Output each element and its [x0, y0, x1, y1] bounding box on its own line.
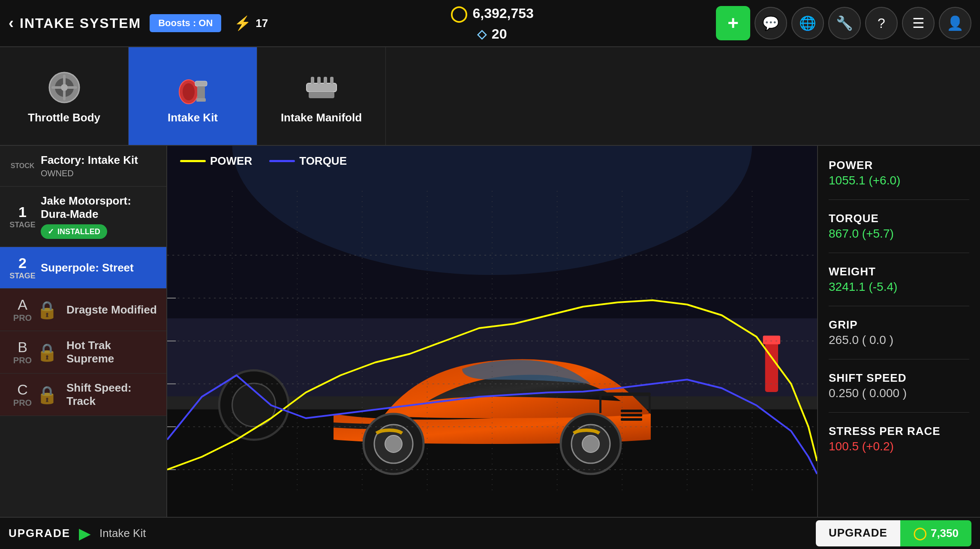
- checkmark-icon: ✓: [48, 227, 54, 236]
- torque-legend: TORQUE: [269, 154, 347, 168]
- gem-icon: ◇: [477, 27, 487, 41]
- throttle-body-icon: [45, 68, 84, 107]
- tab-throttle-body[interactable]: Throttle Body: [0, 47, 129, 145]
- torque-legend-label: TORQUE: [299, 154, 347, 168]
- upgrade-stage-c[interactable]: C PRO 🔒 Shift Speed: Track: [0, 374, 166, 416]
- stat-power: POWER 1055.1 (+6.0): [829, 159, 969, 187]
- shift-speed-label: SHIFT SPEED: [829, 371, 969, 385]
- power-legend-label: POWER: [210, 154, 252, 168]
- svg-point-6: [183, 83, 195, 100]
- svg-rect-7: [195, 81, 207, 86]
- stage-c-name: Shift Speed: Track: [66, 381, 158, 408]
- stage-a-info: Dragste Modified: [62, 303, 158, 317]
- stage2-sub: STAGE: [9, 271, 36, 281]
- coin-icon: ◯: [450, 5, 467, 23]
- stage-b-info: Hot Trak Supreme: [62, 339, 158, 365]
- svg-rect-15: [309, 92, 334, 98]
- svg-point-4: [61, 84, 68, 91]
- svg-rect-8: [197, 86, 205, 99]
- grip-value: 265.0 ( 0.0 ): [829, 333, 969, 347]
- bottom-bar: UPGRADE ▶ Intake Kit UPGRADE ◯ 7,350: [0, 517, 980, 549]
- stage1-name: Jake Motorsport: Dura-Made: [41, 194, 158, 221]
- stock-label: STOCK: [9, 162, 36, 170]
- header-center: ◯ 6,392,753 ◇ 20: [268, 5, 716, 42]
- upgrade-stage-b[interactable]: B PRO 🔒 Hot Trak Supreme: [0, 331, 166, 374]
- torque-value: 867.0 (+5.7): [829, 227, 969, 241]
- tab-intake-kit-label: Intake Kit: [168, 111, 218, 124]
- lock-a-icon: 🔒: [36, 300, 58, 320]
- help-button[interactable]: ?: [865, 7, 898, 39]
- intake-kit-icon: [174, 68, 212, 107]
- currency-row: ◯ 6,392,753: [450, 5, 533, 23]
- stage-b-label: B PRO: [9, 339, 36, 365]
- power-line: [180, 160, 206, 162]
- upgrade-section-label: UPGRADE: [9, 527, 70, 540]
- price-value: 7,350: [931, 527, 959, 540]
- upgrade-button-group: UPGRADE ◯ 7,350: [816, 520, 971, 546]
- page-title: INTAKE SYSTEM: [20, 15, 141, 31]
- stat-torque: TORQUE 867.0 (+5.7): [829, 212, 969, 241]
- tab-intake-kit[interactable]: Intake Kit: [129, 47, 257, 145]
- power-value: 1055.1 (+6.0): [829, 174, 969, 187]
- stage2-name: Superpole: Street: [41, 261, 158, 274]
- divider-2: [829, 253, 969, 253]
- profile-button[interactable]: 👤: [939, 7, 971, 39]
- category-tabs: Throttle Body Intake Kit: [0, 47, 980, 146]
- stock-name: Factory: Intake Kit: [41, 154, 158, 167]
- wrench-button[interactable]: 🔧: [828, 7, 861, 39]
- boost-badge[interactable]: Boosts : ON: [150, 14, 221, 32]
- stat-shift-speed: SHIFT SPEED 0.250 ( 0.000 ): [829, 371, 969, 400]
- stage-b-name: Hot Trak Supreme: [66, 339, 158, 365]
- gems-row: ◇ 20: [477, 26, 507, 42]
- divider-5: [829, 412, 969, 413]
- tab-throttle-body-label: Throttle Body: [28, 111, 100, 124]
- torque-line: [269, 160, 295, 162]
- svg-rect-14: [330, 77, 334, 84]
- intake-manifold-icon: [302, 68, 341, 107]
- header-actions: + 💬 🌐 🔧 ? ☰ 👤: [716, 6, 971, 40]
- upgrade-button[interactable]: UPGRADE: [816, 520, 900, 546]
- torque-label: TORQUE: [829, 212, 969, 225]
- chart-area: POWER TORQUE: [167, 146, 817, 517]
- header: ‹ INTAKE SYSTEM Boosts : ON ⚡ 17 ◯ 6,392…: [0, 0, 980, 47]
- lock-b-icon: 🔒: [36, 342, 58, 362]
- stage-a-label: A PRO: [9, 296, 36, 323]
- weight-label: WEIGHT: [829, 265, 969, 278]
- chart-legend: POWER TORQUE: [180, 154, 817, 168]
- add-button[interactable]: +: [716, 6, 750, 40]
- tab-intake-manifold[interactable]: Intake Manifold: [257, 47, 386, 145]
- stage1-label: 1 STAGE: [9, 204, 36, 229]
- menu-button[interactable]: ☰: [902, 7, 935, 39]
- upgrade-stock[interactable]: STOCK Factory: Intake Kit OWNED: [0, 146, 166, 187]
- stat-weight: WEIGHT 3241.1 (-5.4): [829, 265, 969, 294]
- stage1-sub: STAGE: [9, 220, 36, 229]
- stock-upgrade-info: Factory: Intake Kit OWNED: [36, 154, 158, 178]
- svg-rect-10: [307, 83, 337, 92]
- upgrade-stage1[interactable]: 1 STAGE Jake Motorsport: Dura-Made ✓ INS…: [0, 187, 166, 247]
- stage-c-label: C PRO: [9, 381, 36, 408]
- stage2-label: 2 STAGE: [9, 255, 36, 281]
- svg-rect-13: [324, 77, 327, 84]
- globe-button[interactable]: 🌐: [791, 7, 824, 39]
- grip-label: GRIP: [829, 318, 969, 332]
- price-button[interactable]: ◯ 7,350: [900, 520, 971, 546]
- installed-label: INSTALLED: [57, 227, 100, 236]
- stat-stress: STRESS PER RACE 100.5 (+0.2): [829, 425, 969, 453]
- left-panel: STOCK Factory: Intake Kit OWNED 1 STAGE …: [0, 146, 167, 517]
- tab-intake-manifold-label: Intake Manifold: [281, 111, 362, 124]
- installed-badge: ✓ INSTALLED: [41, 224, 107, 239]
- svg-rect-11: [311, 77, 314, 84]
- weight-value: 3241.1 (-5.4): [829, 280, 969, 294]
- main-content: STOCK Factory: Intake Kit OWNED 1 STAGE …: [0, 146, 980, 517]
- play-icon: ▶: [79, 525, 91, 543]
- stage-c-info: Shift Speed: Track: [62, 381, 158, 408]
- lock-c-icon: 🔒: [36, 385, 58, 405]
- stats-panel: POWER 1055.1 (+6.0) TORQUE 867.0 (+5.7) …: [817, 146, 980, 517]
- back-button[interactable]: ‹ INTAKE SYSTEM: [9, 14, 141, 32]
- stress-value: 100.5 (+0.2): [829, 440, 969, 453]
- upgrade-stage2[interactable]: 2 STAGE Superpole: Street: [0, 247, 166, 289]
- chat-button[interactable]: 💬: [755, 7, 787, 39]
- back-arrow-icon: ‹: [9, 14, 15, 32]
- upgrade-stage-a[interactable]: A PRO 🔒 Dragste Modified: [0, 289, 166, 331]
- lightning-count: 17: [256, 17, 268, 30]
